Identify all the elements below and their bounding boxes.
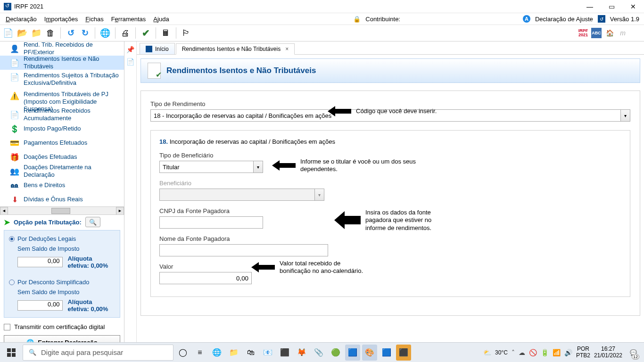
tb-refresh-icon[interactable] bbox=[65, 27, 77, 39]
app-icon bbox=[4, 3, 11, 10]
lock-icon: 🔒 bbox=[353, 16, 361, 23]
contribuinte-label: Contribuinte: bbox=[365, 16, 400, 23]
tb-open-icon[interactable] bbox=[16, 27, 28, 39]
menu-importacoes[interactable]: Importações bbox=[41, 15, 82, 24]
ajuste-icon: A bbox=[523, 15, 530, 23]
tb-check-icon[interactable] bbox=[140, 27, 152, 39]
version-label: Versão 1.9 bbox=[610, 16, 639, 23]
window-minimize[interactable]: — bbox=[579, 0, 601, 13]
abc-icon[interactable]: ABC bbox=[591, 28, 602, 38]
tb-folder-icon[interactable] bbox=[30, 27, 42, 39]
menubar: Declaração Importações Fichas Ferramenta… bbox=[0, 13, 644, 25]
tb-refresh2-icon[interactable] bbox=[79, 27, 91, 39]
tb-print-icon[interactable] bbox=[119, 27, 132, 39]
tb-globe-icon[interactable] bbox=[99, 27, 111, 39]
menu-ferramentas[interactable]: Ferramentas bbox=[107, 15, 150, 24]
irpf-badge-icon: IRPF2021 bbox=[578, 28, 588, 38]
window-maximize[interactable]: ▭ bbox=[601, 0, 622, 13]
menu-declaracao[interactable]: Declaração bbox=[2, 15, 41, 24]
declaracao-ajuste-label: Declaração de Ajuste bbox=[535, 16, 593, 23]
m-icon[interactable]: m bbox=[618, 28, 628, 38]
tb-trash-icon[interactable] bbox=[44, 27, 57, 39]
version-icon: ↺ bbox=[598, 15, 605, 23]
tb-calc-icon[interactable] bbox=[160, 27, 172, 39]
app-title: IRPF 2021 bbox=[14, 3, 43, 10]
window-close[interactable]: ✕ bbox=[622, 0, 644, 13]
toolbar: IRPF2021 ABC 🏠 m bbox=[0, 25, 644, 41]
tb-new-icon[interactable] bbox=[2, 27, 14, 39]
home-icon[interactable]: 🏠 bbox=[604, 28, 615, 38]
tb-flag-icon[interactable] bbox=[180, 27, 192, 39]
menu-fichas[interactable]: Fichas bbox=[82, 15, 107, 24]
titlebar: IRPF 2021 — ▭ ✕ bbox=[0, 0, 644, 13]
menu-ajuda[interactable]: Ajuda bbox=[149, 15, 173, 24]
